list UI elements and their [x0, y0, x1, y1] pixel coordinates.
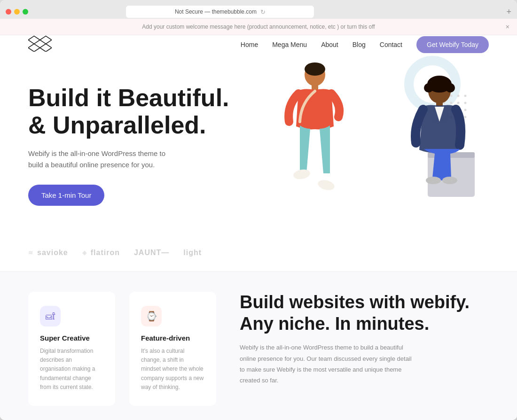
- features-heading: Build websites with webify. Any niche. I…: [240, 292, 489, 334]
- flatiron-icon: ◈: [82, 249, 87, 256]
- figure-sitting: [390, 75, 484, 206]
- nav-link-mega-menu[interactable]: Mega Menu: [272, 41, 307, 48]
- svg-point-23: [293, 168, 311, 180]
- page-content: Add your custom welcome message here (pr…: [0, 19, 517, 420]
- logo-svg: [28, 35, 52, 52]
- svg-point-30: [446, 83, 455, 93]
- savioke-icon: ≋: [28, 249, 33, 256]
- brand-jaunt: JAUNT—: [134, 249, 169, 257]
- notice-text: Add your custom welcome message here (pr…: [142, 23, 375, 30]
- url-text: Not Secure — themebubble.com: [175, 8, 257, 15]
- hero-title: Build it Beautiful. & Unparalleled.: [28, 85, 258, 138]
- figure-walking: [273, 61, 367, 216]
- features-text-block: Build websites with webify. Any niche. I…: [230, 292, 489, 386]
- nav-links: Home Mega Menu About Blog Contact Get We…: [241, 40, 489, 49]
- hero-illustration: [258, 56, 489, 234]
- svg-marker-1: [40, 36, 52, 44]
- feature-driven-icon: ⌚: [141, 306, 162, 327]
- new-tab-button[interactable]: +: [506, 7, 511, 17]
- traffic-lights: [6, 9, 28, 15]
- super-creative-icon: 🛋: [40, 306, 61, 327]
- feature-card-super-creative: 🛋 Super Creative Digital transformation …: [28, 292, 115, 406]
- nav-link-home[interactable]: Home: [241, 41, 258, 48]
- minimize-button[interactable]: [14, 9, 20, 15]
- logo[interactable]: [28, 35, 52, 54]
- nav-item-about[interactable]: About: [321, 40, 338, 49]
- nav-link-contact[interactable]: Contact: [380, 41, 402, 48]
- svg-point-24: [317, 179, 336, 192]
- svg-point-29: [424, 83, 433, 93]
- nav-link-about[interactable]: About: [321, 41, 338, 48]
- notice-bar: Add your custom welcome message here (pr…: [0, 19, 517, 35]
- svg-point-21: [305, 62, 325, 76]
- nav-item-home[interactable]: Home: [241, 40, 258, 49]
- features-section: 🛋 Super Creative Digital transformation …: [0, 282, 517, 420]
- brand-savioke: ≋ savioke: [28, 249, 68, 257]
- feature-driven-title: Feature-driven: [141, 334, 204, 342]
- svg-marker-2: [28, 44, 40, 52]
- brand-logos: ≋ savioke ◈ flatiron JAUNT— light: [0, 241, 517, 271]
- brand-flatiron: ◈ flatiron: [82, 249, 120, 257]
- brand-light: light: [183, 249, 202, 257]
- hero-text: Build it Beautiful. & Unparalleled. Webi…: [28, 85, 258, 205]
- nav-item-mega-menu[interactable]: Mega Menu: [272, 40, 307, 49]
- nav-link-blog[interactable]: Blog: [352, 41, 366, 48]
- super-creative-desc: Digital transformation describes an orga…: [40, 347, 103, 392]
- section-divider: [0, 271, 517, 282]
- svg-point-34: [442, 177, 457, 184]
- nav-item-contact[interactable]: Contact: [380, 40, 402, 49]
- refresh-icon[interactable]: ↻: [260, 8, 266, 16]
- svg-marker-3: [40, 44, 52, 52]
- notice-close-button[interactable]: ×: [506, 23, 509, 31]
- nav-cta-button[interactable]: Get Webify Today: [416, 36, 489, 53]
- feature-driven-desc: It's also a cultural change, a shift in …: [141, 347, 204, 392]
- svg-point-33: [426, 177, 441, 184]
- nav-cta-item[interactable]: Get Webify Today: [416, 40, 489, 49]
- feature-card-feature-driven: ⌚ Feature-driven It's also a cultural ch…: [129, 292, 216, 406]
- navbar: Home Mega Menu About Blog Contact Get We…: [0, 35, 517, 54]
- hero-subtitle: Webify is the all-in-one WordPress theme…: [28, 148, 179, 171]
- address-bar[interactable]: Not Secure — themebubble.com ↻: [126, 6, 314, 18]
- svg-marker-0: [28, 36, 40, 44]
- super-creative-title: Super Creative: [40, 334, 103, 342]
- hero-cta-button[interactable]: Take 1-min Tour: [28, 185, 104, 206]
- browser-chrome: Not Secure — themebubble.com ↻ +: [0, 0, 517, 19]
- hero-section: Build it Beautiful. & Unparalleled. Webi…: [0, 54, 517, 241]
- maximize-button[interactable]: [23, 9, 28, 15]
- browser-window: Not Secure — themebubble.com ↻ + Add you…: [0, 0, 517, 420]
- close-button[interactable]: [6, 9, 11, 15]
- nav-item-blog[interactable]: Blog: [352, 40, 366, 49]
- features-body: Webify is the all-in-one WordPress theme…: [240, 342, 418, 386]
